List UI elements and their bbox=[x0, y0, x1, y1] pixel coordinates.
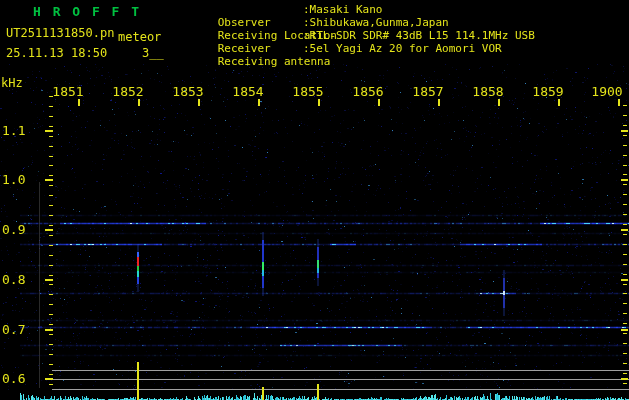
time-tick-label: 1858 bbox=[471, 84, 505, 99]
field-value: :Masaki Kano bbox=[303, 3, 382, 16]
time-tick-label: 1900 bbox=[590, 84, 624, 99]
time-tick-label: 1857 bbox=[411, 84, 445, 99]
app-title: H R O F F T bbox=[33, 4, 141, 19]
freq-tick-label: 0.9 bbox=[2, 222, 32, 237]
station-info: Observer :Masaki Kano Receiving Location… bbox=[178, 3, 337, 55]
time-tick-label: 1851 bbox=[51, 84, 85, 99]
capture-datetime: 25.11.13 18:50 bbox=[6, 46, 107, 60]
field-value: :5el Yagi Az 20 for Aomori VOR bbox=[303, 42, 502, 55]
field-label: Receiving antenna bbox=[218, 55, 331, 68]
time-tick-label: 1853 bbox=[171, 84, 205, 99]
echo-count-label: 3__ bbox=[142, 46, 164, 60]
capture-filename: UT2511131850.pn bbox=[6, 26, 114, 40]
station-info-row: Observer :Masaki Kano bbox=[178, 3, 337, 16]
freq-tick-label: 0.6 bbox=[2, 371, 32, 386]
observation-mode-label: meteor bbox=[118, 30, 161, 44]
freq-tick-label: 1.0 bbox=[2, 172, 32, 187]
station-info-row: Receiving antenna :5el Yagi Az 20 for Ao… bbox=[178, 42, 337, 55]
field-value: :Shibukawa,Gunma,Japan bbox=[303, 16, 449, 29]
freq-tick-label: 0.7 bbox=[2, 322, 32, 337]
freq-unit-label: kHz bbox=[1, 76, 23, 90]
station-info-row: Receiving Location :Shibukawa,Gunma,Japa… bbox=[178, 16, 337, 29]
freq-tick-label: 0.8 bbox=[2, 272, 32, 287]
station-info-row: Receiver :RTL-SDR SDR# 43dB L15 114.1MHz… bbox=[178, 29, 337, 42]
freq-tick-label: 1.1 bbox=[2, 123, 32, 138]
time-tick-label: 1852 bbox=[111, 84, 145, 99]
time-tick-label: 1855 bbox=[291, 84, 325, 99]
time-tick-label: 1859 bbox=[531, 84, 565, 99]
hrofft-screen: H R O F F T UT2511131850.pn meteor 25.11… bbox=[0, 0, 629, 400]
field-value: :RTL-SDR SDR# 43dB L15 114.1MHz USB bbox=[303, 29, 535, 42]
time-tick-label: 1856 bbox=[351, 84, 385, 99]
time-tick-label: 1854 bbox=[231, 84, 265, 99]
